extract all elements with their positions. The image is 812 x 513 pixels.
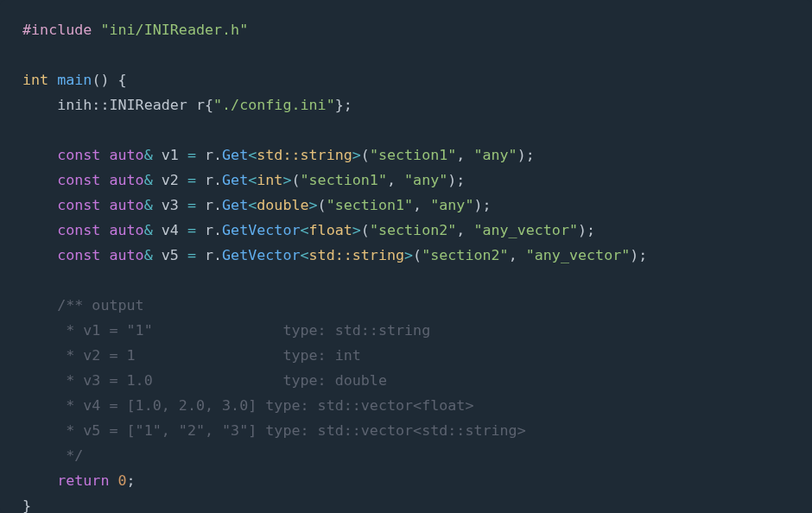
comment-line-1: * v1 = "1" type: std::string [57,321,430,339]
kw-const: const [57,146,100,163]
comment-line-2: * v2 = 1 type: int [57,346,361,364]
comment-line-6: */ [57,446,83,464]
tpl-double: double [257,196,308,213]
include-path: "ini/INIReader.h" [100,21,248,38]
var-v2: v2 [162,171,179,188]
comment-line-0: /** output [57,296,143,314]
tpl-float: float [309,221,352,238]
comment-line-4: * v4 = [1.0, 2.0, 3.0] type: std::vector… [57,396,473,414]
space [92,21,100,38]
include-directive: #include [22,21,92,38]
kw-auto: auto [109,146,143,163]
var-v5: v5 [162,246,179,263]
code-content: #include "ini/INIReader.h" int main() { … [22,17,790,513]
var-v1: v1 [162,146,179,163]
code-block: #include "ini/INIReader.h" int main() { … [0,0,812,513]
var-v4: v4 [162,221,179,238]
amp: & [144,146,153,163]
literal-zero: 0 [118,472,127,489]
kw-int: int [22,71,48,88]
method-get: Get [222,146,248,163]
reader-var: r [196,96,205,113]
comment-line-3: * v3 = 1.0 type: double [57,371,387,389]
var-v3: v3 [162,196,179,213]
tpl-stdstring: std::string [257,146,352,163]
reader-type: inih::INIReader [57,96,187,113]
reader-arg: "./config.ini" [213,96,335,113]
kw-return: return [57,472,109,489]
comment-line-5: * v5 = ["1", "2", "3"] type: std::vector… [57,421,526,439]
func-main: main [57,71,92,88]
method-getvector: GetVector [222,221,300,238]
tpl-int: int [257,171,282,188]
